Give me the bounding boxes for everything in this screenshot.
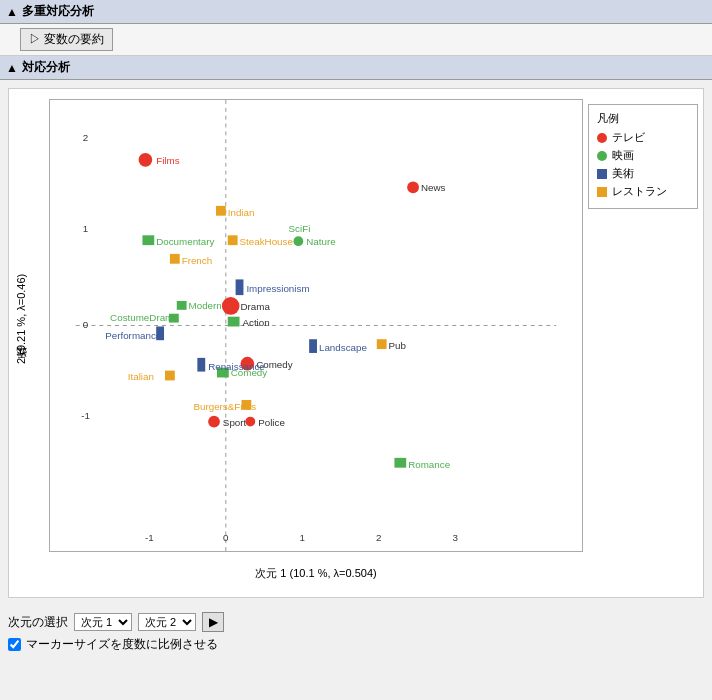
variables-toggle[interactable]: ▷ 変数の要約 xyxy=(20,28,113,51)
legend-movie-icon xyxy=(597,151,607,161)
point-Renaissance xyxy=(197,358,205,372)
point-Italian xyxy=(165,371,175,381)
legend-restaurant-icon xyxy=(597,187,607,197)
arrow-button[interactable]: ▶ xyxy=(202,612,224,632)
point-Documentary xyxy=(142,235,154,245)
svg-text:1: 1 xyxy=(83,223,88,234)
svg-text:Italian: Italian xyxy=(128,371,154,382)
svg-text:Modern: Modern xyxy=(189,300,222,311)
legend-box: 凡例 テレビ 映画 美術 レストラン xyxy=(588,104,698,209)
point-Drama xyxy=(222,297,240,315)
svg-text:Romance: Romance xyxy=(408,459,450,470)
svg-text:Films: Films xyxy=(156,155,179,166)
point-Action xyxy=(228,317,240,327)
svg-text:1: 1 xyxy=(300,532,305,543)
legend-item-restaurant: レストラン xyxy=(597,184,689,199)
point-Indian xyxy=(216,206,226,216)
dimension-select-label: 次元の選択 xyxy=(8,614,68,631)
svg-text:Performance: Performance xyxy=(105,330,162,341)
chart-area: 次元 2 (9.21 %, λ=0.46) -1 0 1 2 3 2 1 xyxy=(8,88,704,598)
svg-text:Burgers&Fries: Burgers&Fries xyxy=(193,401,256,412)
point-Modern xyxy=(177,301,187,310)
point-French xyxy=(170,254,180,264)
svg-text:Indian: Indian xyxy=(228,207,255,218)
svg-text:Sport: Sport xyxy=(223,417,247,428)
point-Films xyxy=(139,153,153,167)
svg-text:-1: -1 xyxy=(81,410,90,421)
svg-text:CostumeDrama: CostumeDrama xyxy=(110,312,179,323)
point-Pub xyxy=(377,339,387,349)
analysis-title: 対応分析 xyxy=(22,59,70,76)
point-SteakHouse xyxy=(228,235,238,245)
point-Romance xyxy=(394,458,406,468)
svg-text:Impressionism: Impressionism xyxy=(246,283,309,294)
y-axis-label: 次元 2 (9.21 %, λ=0.46) xyxy=(14,89,29,552)
chart-plot: -1 0 1 2 3 2 1 0 -1 Films News Drama xyxy=(49,99,583,552)
svg-text:Landscape: Landscape xyxy=(319,342,367,353)
legend-item-tv: テレビ xyxy=(597,130,689,145)
point-Sport xyxy=(208,416,220,428)
marker-size-checkbox[interactable] xyxy=(8,638,21,651)
point-Impressionism xyxy=(236,279,244,295)
dimension-select-row: 次元の選択 次元 1 次元 2 ▶ xyxy=(8,612,704,632)
svg-text:Documentary: Documentary xyxy=(156,236,214,247)
dim2-select[interactable]: 次元 2 xyxy=(138,613,196,631)
point-Police xyxy=(245,417,255,427)
bottom-controls: 次元の選択 次元 1 次元 2 ▶ マーカーサイズを度数に比例させる xyxy=(0,606,712,659)
chart-svg: -1 0 1 2 3 2 1 0 -1 Films News Drama xyxy=(50,100,582,551)
svg-text:Action: Action xyxy=(242,317,269,328)
legend-art-label: 美術 xyxy=(612,166,634,181)
svg-text:0: 0 xyxy=(223,532,229,543)
svg-text:Police: Police xyxy=(258,417,285,428)
svg-text:Pub: Pub xyxy=(389,340,407,351)
analysis-triangle[interactable]: ▲ xyxy=(6,61,18,75)
legend-tv-icon xyxy=(597,133,607,143)
svg-text:Renaissance: Renaissance xyxy=(208,361,265,372)
svg-text:SciFi: SciFi xyxy=(289,223,311,234)
checkbox-row: マーカーサイズを度数に比例させる xyxy=(8,636,704,653)
dim1-select[interactable]: 次元 1 xyxy=(74,613,132,631)
svg-text:French: French xyxy=(182,255,213,266)
variables-section: ▷ 変数の要約 xyxy=(0,24,712,56)
panel-header: ▲ 多重対応分析 xyxy=(0,0,712,24)
svg-text:Nature: Nature xyxy=(306,236,336,247)
svg-text:Drama: Drama xyxy=(241,301,271,312)
legend-movie-label: 映画 xyxy=(612,148,634,163)
point-Landscape xyxy=(309,339,317,353)
legend-tv-label: テレビ xyxy=(612,130,645,145)
svg-text:News: News xyxy=(421,182,446,193)
legend-art-icon xyxy=(597,169,607,179)
panel-title: 多重対応分析 xyxy=(22,3,94,20)
legend-item-art: 美術 xyxy=(597,166,689,181)
svg-text:2: 2 xyxy=(376,532,381,543)
svg-text:2: 2 xyxy=(83,132,88,143)
checkbox-label: マーカーサイズを度数に比例させる xyxy=(26,636,218,653)
x-axis-label: 次元 1 (10.1 %, λ=0.504) xyxy=(50,566,582,581)
point-Nature xyxy=(293,236,303,246)
analysis-header: ▲ 対応分析 xyxy=(0,56,712,80)
svg-text:3: 3 xyxy=(452,532,458,543)
svg-text:-1: -1 xyxy=(145,532,154,543)
svg-text:SteakHouse: SteakHouse xyxy=(240,236,294,247)
point-News xyxy=(407,181,419,193)
legend-title: 凡例 xyxy=(597,111,689,126)
legend-item-movie: 映画 xyxy=(597,148,689,163)
legend-restaurant-label: レストラン xyxy=(612,184,667,199)
svg-text:0: 0 xyxy=(83,319,89,330)
collapse-icon[interactable]: ▲ xyxy=(6,5,18,19)
